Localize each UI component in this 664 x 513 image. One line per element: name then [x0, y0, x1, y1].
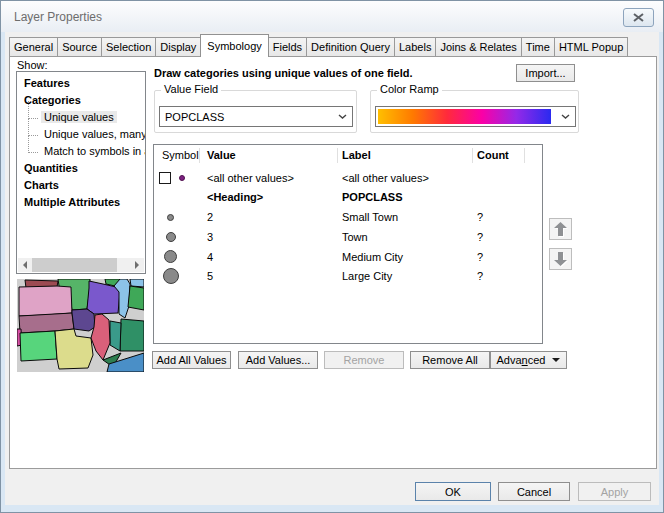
- tab-html-popup[interactable]: HTML Popup: [554, 37, 628, 56]
- cancel-button[interactable]: Cancel: [498, 482, 570, 501]
- apply-button[interactable]: Apply: [578, 482, 651, 501]
- point-symbol[interactable]: [167, 214, 174, 221]
- scroll-left-icon[interactable]: [18, 258, 32, 272]
- table-row-heading[interactable]: <Heading> POPCLASS: [154, 187, 542, 207]
- add-all-values-button[interactable]: Add All Values: [152, 351, 231, 369]
- tree-item-features[interactable]: Features: [17, 75, 145, 92]
- remove-button[interactable]: Remove: [324, 351, 404, 369]
- point-symbol[interactable]: [164, 250, 177, 263]
- tree-item-quantities[interactable]: Quantities: [17, 160, 145, 177]
- up-arrow-icon: [554, 222, 567, 236]
- unique-values-table: Symbol Value Label Count <all other valu…: [153, 144, 543, 344]
- remove-all-button[interactable]: Remove All: [410, 351, 490, 369]
- chevron-down-icon: [333, 114, 352, 119]
- scroll-right-icon[interactable]: [130, 258, 144, 272]
- tab-selection[interactable]: Selection: [101, 37, 156, 56]
- value-field-label: Value Field: [161, 83, 221, 95]
- chevron-down-icon: [556, 107, 575, 126]
- tree-item-charts[interactable]: Charts: [17, 177, 145, 194]
- show-tree: Features Categories Unique values Unique…: [16, 71, 146, 274]
- tab-fields[interactable]: Fields: [268, 37, 307, 56]
- dropdown-caret-icon: [552, 358, 560, 366]
- color-ramp-group: Color Ramp: [370, 90, 579, 133]
- map-preview: [17, 279, 144, 372]
- add-values-button[interactable]: Add Values...: [238, 351, 318, 369]
- down-arrow-icon: [554, 252, 567, 266]
- color-ramp-combo[interactable]: [375, 106, 576, 127]
- tree-horizontal-scrollbar[interactable]: [18, 258, 144, 272]
- close-button[interactable]: [623, 8, 654, 27]
- tab-source[interactable]: Source: [57, 37, 102, 56]
- column-header-value[interactable]: Value: [207, 149, 236, 161]
- layer-properties-dialog: Layer Properties General Source Selectio…: [0, 0, 664, 513]
- column-header-label[interactable]: Label: [342, 149, 371, 161]
- color-ramp-label: Color Ramp: [377, 83, 442, 95]
- column-header-symbol[interactable]: Symbol: [162, 149, 199, 161]
- tab-joins-relates[interactable]: Joins & Relates: [435, 37, 521, 56]
- import-button[interactable]: Import...: [516, 64, 575, 82]
- tree-item-match-symbols[interactable]: Match to symbols in a: [17, 143, 145, 160]
- point-symbol[interactable]: [166, 232, 176, 242]
- point-symbol[interactable]: [163, 268, 179, 284]
- column-header-count[interactable]: Count: [477, 149, 509, 161]
- tab-general[interactable]: General: [9, 37, 58, 56]
- color-ramp-swatch: [378, 109, 551, 124]
- table-row[interactable]: 2 Small Town ?: [154, 207, 542, 227]
- tab-strip: General Source Selection Display Symbolo…: [9, 34, 627, 57]
- titlebar: Layer Properties: [1, 1, 663, 32]
- tree-item-multiple-attributes[interactable]: Multiple Attributes: [17, 194, 145, 211]
- value-field-combo[interactable]: POPCLASS: [159, 106, 353, 127]
- tab-display[interactable]: Display: [155, 37, 201, 56]
- value-field-value: POPCLASS: [160, 111, 333, 123]
- tab-definition-query[interactable]: Definition Query: [306, 37, 395, 56]
- all-other-values-symbol: [179, 175, 185, 181]
- table-row[interactable]: <all other values> <all other values>: [154, 168, 542, 188]
- move-down-button[interactable]: [549, 248, 572, 270]
- table-header: Symbol Value Label Count: [154, 145, 542, 167]
- close-icon: [633, 13, 644, 22]
- value-field-group: Value Field POPCLASS: [154, 90, 357, 133]
- advanced-button[interactable]: Advanced: [490, 351, 567, 369]
- all-other-values-checkbox[interactable]: [159, 172, 171, 184]
- ok-button[interactable]: OK: [415, 482, 491, 501]
- table-row[interactable]: 3 Town ?: [154, 227, 542, 247]
- table-row[interactable]: 5 Large City ?: [154, 266, 542, 286]
- tab-time[interactable]: Time: [521, 37, 555, 56]
- table-row[interactable]: 4 Medium City ?: [154, 247, 542, 267]
- symbology-heading: Draw categories using unique values of o…: [154, 67, 413, 79]
- move-up-button[interactable]: [549, 218, 572, 240]
- tab-symbology[interactable]: Symbology: [200, 34, 268, 57]
- window-title: Layer Properties: [14, 10, 102, 24]
- tab-labels[interactable]: Labels: [394, 37, 436, 56]
- scrollbar-thumb[interactable]: [32, 258, 117, 272]
- show-label: Show:: [17, 59, 48, 71]
